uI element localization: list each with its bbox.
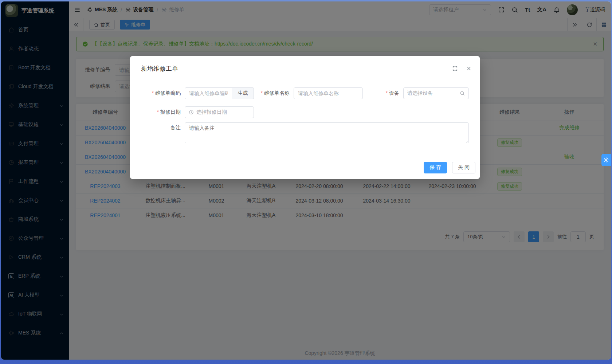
dialog-footer: 保 存 关 闭 <box>130 156 480 179</box>
remark-textarea[interactable] <box>185 122 469 143</box>
clock-icon <box>189 110 194 115</box>
repair-code-input[interactable] <box>185 87 232 99</box>
add-repair-order-dialog: 新增维修工单 维修单编码 生成 维修单名称 设备 请选择设备 <box>130 56 480 179</box>
gear-icon <box>603 157 609 163</box>
code-field-label: 维修单编码 <box>141 90 185 97</box>
generate-code-button[interactable]: 生成 <box>232 87 254 99</box>
search-icon <box>460 91 465 96</box>
device-field-label: 设备 <box>384 90 403 97</box>
remark-field-label: 备注 <box>141 122 185 131</box>
dialog-title: 新增维修工单 <box>141 64 178 73</box>
modal-overlay[interactable] <box>1 1 611 360</box>
dialog-header: 新增维修工单 <box>130 56 480 81</box>
name-field-label: 维修单名称 <box>260 90 294 97</box>
report-date-field-label: 报修日期 <box>141 109 185 116</box>
close-button[interactable]: 关 闭 <box>452 162 475 173</box>
report-date-picker[interactable]: 选择报修日期 <box>185 106 254 118</box>
dialog-fullscreen-icon[interactable] <box>452 66 458 71</box>
dialog-form: 维修单编码 生成 维修单名称 设备 请选择设备 报修日期 选择报修日期 <box>130 81 480 143</box>
save-button[interactable]: 保 存 <box>424 162 447 173</box>
app-window: 芋道管理系统 首页作者动态Boot 开发文档Cloud 开发文档系统管理基础设施… <box>1 1 611 360</box>
device-select[interactable]: 请选择设备 <box>403 87 469 99</box>
dialog-close-icon[interactable] <box>466 66 472 71</box>
theme-settings-button[interactable] <box>601 154 611 166</box>
repair-name-input[interactable] <box>294 87 363 99</box>
